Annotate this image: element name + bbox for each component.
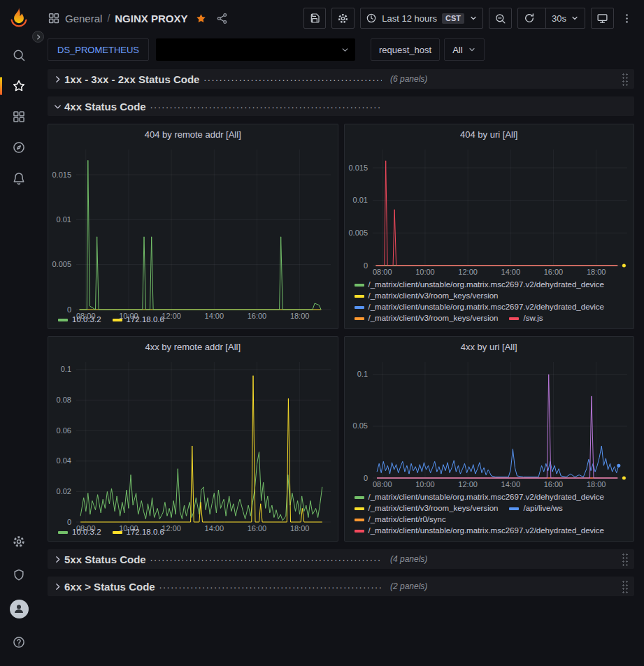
row-panel-count: (6 panels) xyxy=(390,74,427,84)
gear-icon xyxy=(12,535,26,549)
svg-text:12:00: 12:00 xyxy=(458,268,478,276)
legend-item[interactable]: /_matrix/client/unstable/org.matrix.msc2… xyxy=(355,493,605,502)
panel-title[interactable]: 4xx by uri [All] xyxy=(345,337,634,356)
datasource-variable-button[interactable]: DS_PROMETHEUS xyxy=(48,38,149,61)
panel-title[interactable]: 404 by remote addr [All] xyxy=(48,124,338,144)
panel-title[interactable]: 4xx by remote addr [All] xyxy=(48,337,338,356)
svg-text:0: 0 xyxy=(363,261,367,270)
legend-item[interactable]: /api/live/ws xyxy=(509,504,562,513)
star-icon xyxy=(12,79,26,93)
zoom-out-button[interactable] xyxy=(489,8,512,29)
legend-item[interactable]: 172.18.0.6 xyxy=(113,528,164,537)
panel-404-by-remote-addr: 404 by remote addr [All] 08:0010:0012:00… xyxy=(48,124,338,329)
sidebar-item-starred[interactable] xyxy=(5,72,33,100)
breadcrumb-dashboard-title[interactable]: NGINX PROXY xyxy=(115,13,187,24)
svg-text:0.005: 0.005 xyxy=(348,229,368,237)
row-drag-handle[interactable] xyxy=(622,73,629,86)
legend-color-swatch xyxy=(355,519,364,521)
legend-item[interactable]: /_matrix/client/v3/room_keys/version xyxy=(355,291,499,301)
time-range-picker[interactable]: Last 12 hours CST xyxy=(360,8,483,29)
chart-4xx-by-remote-addr[interactable]: 08:0010:0012:0014:0016:0018:0000.020.040… xyxy=(48,356,338,526)
legend-item[interactable]: /sw.js xyxy=(509,314,543,323)
sidebar-toggle-button[interactable] xyxy=(32,31,44,43)
legend-item[interactable]: /_matrix/client/v3/room_keys/version xyxy=(355,504,499,513)
svg-text:12:00: 12:00 xyxy=(458,480,478,488)
legend-item[interactable]: 10.0.3.2 xyxy=(58,315,101,324)
sidebar xyxy=(0,0,38,666)
apps-grid-icon[interactable] xyxy=(48,12,60,24)
breadcrumb-folder[interactable]: General xyxy=(65,13,102,24)
sidebar-item-alerting[interactable] xyxy=(5,164,33,192)
grafana-logo[interactable] xyxy=(8,6,30,29)
bell-icon xyxy=(12,171,26,185)
row-leader-dots: ........................................… xyxy=(159,580,382,591)
row-panel-count: (2 panels) xyxy=(390,581,427,591)
row-header-5xx[interactable]: 5xx Status Code ........................… xyxy=(48,549,634,569)
row-header-6xx[interactable]: 6xx > Status Code ......................… xyxy=(48,577,634,596)
legend-series-label: /_matrix/client/v3/room_keys/version xyxy=(368,314,499,323)
panel-4xx-by-remote-addr: 4xx by remote addr [All] 08:0010:0012:00… xyxy=(48,336,338,542)
chart-legend: 10.0.3.2172.18.0.6 xyxy=(48,313,338,328)
svg-text:0: 0 xyxy=(67,518,71,526)
datasource-variable-label: DS_PROMETHEUS xyxy=(57,45,139,55)
search-icon xyxy=(12,48,26,62)
sidebar-item-profile[interactable] xyxy=(5,595,33,623)
legend-item[interactable]: /_matrix/client/unstable/org.matrix.msc2… xyxy=(355,303,605,312)
legend-color-swatch xyxy=(355,295,364,298)
chart-404-by-remote-addr[interactable]: 08:0010:0012:0014:0016:0018:0000.0050.01… xyxy=(48,144,338,313)
legend-color-swatch xyxy=(355,284,364,287)
legend-item[interactable]: /_matrix/client/unstable/org.matrix.msc2… xyxy=(355,280,605,289)
sidebar-item-server-admin[interactable] xyxy=(5,561,33,589)
chart-4xx-by-uri[interactable]: 08:0010:0012:0014:0016:0018:0000.050.1 xyxy=(345,356,634,491)
clock-icon xyxy=(366,13,377,24)
legend-series-label: 172.18.0.6 xyxy=(127,528,164,537)
sidebar-item-search[interactable] xyxy=(5,41,33,69)
refresh-button[interactable] xyxy=(518,8,541,28)
svg-text:10:00: 10:00 xyxy=(415,480,435,488)
share-icon[interactable] xyxy=(216,13,228,24)
dashboard-settings-button[interactable] xyxy=(331,8,355,29)
panel-title[interactable]: 404 by uri [All] xyxy=(345,124,634,144)
legend-series-label: /_matrix/client/unstable/org.matrix.msc2… xyxy=(368,303,605,312)
legend-color-swatch xyxy=(509,507,519,510)
legend-item[interactable]: /_matrix/client/unstable/org.matrix.msc2… xyxy=(355,526,605,535)
legend-item[interactable]: 10.0.3.2 xyxy=(58,528,101,537)
row-leader-dots: ........................................… xyxy=(150,100,382,110)
kebab-menu-button[interactable] xyxy=(620,11,634,26)
legend-series-label: /_matrix/client/unstable/org.matrix.msc2… xyxy=(368,526,605,535)
row-drag-handle[interactable] xyxy=(622,553,629,566)
legend-series-label: /sw.js xyxy=(523,314,543,323)
chevron-down-icon xyxy=(468,45,476,54)
tv-mode-button[interactable] xyxy=(591,8,614,29)
svg-text:0.015: 0.015 xyxy=(348,164,368,172)
host-variable-select[interactable] xyxy=(156,38,355,61)
request-host-variable-value: All xyxy=(452,45,462,55)
row-header-4xx[interactable]: 4xx Status Code ........................… xyxy=(48,96,634,116)
legend-item[interactable]: /_matrix/client/v3/room_keys/version xyxy=(355,314,499,323)
toolbar-actions: Last 12 hours CST 30s xyxy=(303,8,634,29)
refresh-interval-label: 30s xyxy=(552,13,566,24)
chevron-down-icon xyxy=(571,14,579,22)
request-host-variable-select[interactable]: All xyxy=(444,38,484,61)
row-header-1xx-3xx-2xx[interactable]: 1xx - 3xx - 2xx Status Code ............… xyxy=(48,69,634,89)
svg-text:0: 0 xyxy=(363,474,367,482)
sidebar-item-explore[interactable] xyxy=(5,133,33,161)
save-dashboard-button[interactable] xyxy=(303,8,326,29)
sidebar-item-help[interactable] xyxy=(5,628,33,656)
svg-text:0.01: 0.01 xyxy=(352,196,367,204)
sidebar-item-dashboards[interactable] xyxy=(5,103,33,131)
legend-item[interactable]: 172.18.0.6 xyxy=(113,315,164,324)
chevron-down-icon xyxy=(50,102,64,111)
row-title: 5xx Status Code xyxy=(64,553,146,565)
sidebar-item-configuration[interactable] xyxy=(5,528,33,556)
refresh-interval-dropdown[interactable]: 30s xyxy=(545,8,585,28)
chevron-down-icon xyxy=(341,45,350,55)
shield-icon xyxy=(12,568,26,582)
row-panel-count: (4 panels) xyxy=(390,554,427,564)
favorite-star-icon[interactable] xyxy=(195,13,207,24)
legend-item[interactable]: /_matrix/client/r0/sync xyxy=(355,515,446,524)
row-drag-handle[interactable] xyxy=(622,580,629,593)
svg-text:0.01: 0.01 xyxy=(57,215,71,224)
legend-color-swatch xyxy=(58,531,68,534)
chart-404-by-uri[interactable]: 08:0010:0012:0014:0016:0018:0000.0050.01… xyxy=(345,144,634,278)
